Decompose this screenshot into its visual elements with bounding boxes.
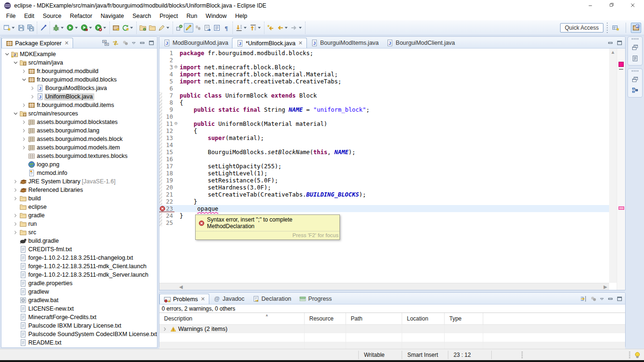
code-line[interactable]: 16 [159, 156, 609, 163]
tree-expander-icon[interactable] [12, 179, 19, 185]
tree-expander-icon[interactable] [20, 68, 28, 74]
menu-project[interactable]: Project [156, 12, 182, 20]
tree-item-label[interactable]: assets.bourguimod.textures.blocks [36, 153, 129, 160]
editor-tab[interactable]: JModBourguiMod.java [159, 38, 232, 48]
tree-item[interactable]: JRE System Library [JavaSE-1.6] [1, 177, 157, 186]
run-button[interactable] [66, 23, 80, 33]
editor-tab-label[interactable]: BourguiModItems.java [320, 40, 379, 46]
tree-item-label[interactable]: gradlew [27, 288, 50, 296]
dropdown-arrow-icon[interactable] [258, 27, 261, 29]
back-button[interactable] [275, 23, 289, 33]
code-line[interactable]: 7public class UniformBlock extends Block [159, 92, 609, 99]
tree-item-label[interactable]: MDKExample [19, 51, 57, 58]
menu-file[interactable]: File [2, 12, 20, 20]
code-line[interactable]: 13 super(material); [159, 134, 609, 141]
editor-tab-label[interactable]: BourguiModClient.java [396, 40, 455, 46]
tab-javadoc[interactable]: @Javadoc [209, 294, 248, 304]
code-line[interactable]: 12 { [159, 127, 609, 134]
tree-item[interactable]: assets.bourguimod.models.item [1, 143, 157, 152]
view-menu-button[interactable] [600, 295, 605, 303]
tree-item[interactable]: README.txt [1, 338, 157, 347]
view-menu-button[interactable] [132, 39, 137, 47]
open-task-button[interactable] [138, 23, 148, 33]
maximize-view-button[interactable] [617, 39, 623, 47]
view-tab-label[interactable]: Javadoc [223, 296, 245, 302]
code-editor[interactable]: 1package fr.bourguimod.modbuild.blocks;2… [159, 49, 625, 290]
coverage-button[interactable] [80, 23, 94, 33]
menu-help[interactable]: Help [231, 12, 252, 20]
tree-item-label[interactable]: fr.bourguimod.modbuild [36, 68, 100, 75]
tree-item[interactable]: logo.png [1, 160, 157, 169]
profile-button[interactable] [94, 23, 108, 33]
column-header[interactable]: Location [402, 313, 445, 324]
refresh-gradle-button[interactable] [121, 23, 135, 33]
restore-button[interactable] [602, 0, 623, 11]
tree-item-label[interactable]: MinecraftForge-Credits.txt [27, 314, 98, 321]
tree-item[interactable]: LICENSE-new.txt [1, 304, 157, 313]
column-header[interactable]: Description [159, 313, 305, 324]
tree-expander-icon[interactable] [29, 85, 36, 91]
show-block-button[interactable] [212, 23, 222, 33]
maximize-view-button[interactable] [149, 39, 155, 47]
open-perspective-button[interactable] [611, 23, 621, 33]
view-tab-label[interactable]: Declaration [262, 296, 291, 302]
problems-row-label[interactable]: Warnings (2 items) [178, 326, 227, 332]
menu-window[interactable]: Window [201, 12, 231, 20]
open-declaration-button[interactable] [203, 23, 212, 33]
drag-handle[interactable] [632, 70, 638, 72]
tree-item[interactable]: Paulscode SoundSystem CodecIBXM License.… [1, 330, 157, 338]
tree-item-label[interactable]: CREDITS-fml.txt [27, 246, 73, 253]
view-tab-label[interactable]: Problems [173, 296, 198, 303]
annotation-marker[interactable] [619, 62, 624, 67]
tree-item[interactable]: gradle [1, 211, 157, 220]
tree-item[interactable]: eclipse [1, 203, 157, 211]
tree-item[interactable]: assets.bourguimod.textures.blocks [1, 152, 157, 160]
tree-item[interactable]: assets.bourguimod.lang [1, 126, 157, 135]
editor-tab[interactable]: JBourguiModClient.java [382, 38, 459, 48]
tree-expander-icon[interactable] [12, 221, 19, 227]
tree-item[interactable]: Referenced Libraries [1, 186, 157, 194]
tree-expander-icon[interactable] [12, 196, 19, 202]
dropdown-arrow-icon[interactable] [12, 27, 15, 29]
tree-item[interactable]: run [1, 220, 157, 228]
tree-item-label[interactable]: LICENSE-new.txt [27, 305, 75, 313]
tree-item-label[interactable]: src [27, 229, 38, 236]
code-line[interactable]: 2 [159, 57, 609, 64]
tree-item-label[interactable]: assets.bourguimod.blockstates [36, 119, 119, 126]
tree-item-label[interactable]: Paulscode IBXM Library License.txt [27, 322, 123, 329]
tree-item-label[interactable]: UniformBlock.java [44, 93, 94, 100]
tree-expander-icon[interactable] [20, 136, 28, 142]
column-header[interactable]: Type [445, 313, 483, 324]
forward-button[interactable] [289, 23, 304, 33]
dropdown-arrow-icon[interactable] [130, 27, 133, 29]
tree-item-label[interactable]: fr.bourguimod.modbuild.blocks [36, 76, 118, 83]
code-line[interactable]: 21 setCreativeTab(CreativeTabs.BUILDING_… [159, 191, 609, 198]
tree-item-label[interactable]: src/main/java [27, 59, 65, 66]
tab-progress[interactable]: Progress [295, 294, 336, 304]
minimize-view-button[interactable] [608, 295, 614, 303]
prev-annotation-button[interactable] [248, 23, 263, 33]
tree-item-label[interactable]: Referenced Libraries [27, 187, 84, 194]
minimize-button[interactable] [580, 0, 602, 11]
tree-item[interactable]: assets.bourguimod.blockstates [1, 118, 157, 126]
focus-task-button[interactable] [590, 295, 597, 303]
tree-expander-icon[interactable] [20, 119, 28, 125]
code-line[interactable]: 9 public static final String NAME = "uni… [159, 106, 609, 113]
tree-expander-icon[interactable] [12, 111, 19, 117]
horizontal-scrollbar[interactable]: ◀ ▶ [159, 283, 609, 290]
tree-item[interactable]: src/main/resources [1, 109, 157, 118]
tree-item-label[interactable]: gradlew.bat [27, 297, 60, 304]
view-tab-label[interactable]: Progress [308, 296, 332, 302]
code-line[interactable]: 10 [159, 113, 609, 120]
menu-run[interactable]: Run [182, 12, 201, 20]
minimize-view-button[interactable] [140, 39, 146, 47]
save-all-button[interactable] [26, 23, 35, 33]
tree-expander-icon[interactable] [20, 128, 28, 134]
tree-item[interactable]: CREDITS-fml.txt [1, 245, 157, 254]
lightbulb-icon[interactable] [634, 351, 641, 359]
tree-item-label[interactable]: forge-1.10.2-12.18.3.2511-mdk_Server.lau… [27, 272, 150, 279]
mark-occurrences-button[interactable] [39, 23, 48, 33]
tab-problems[interactable]: Problems✕ [159, 294, 209, 304]
error-icon[interactable] [159, 206, 165, 212]
tree-item-label[interactable]: Paulscode SoundSystem CodecIBXM License.… [27, 331, 157, 338]
